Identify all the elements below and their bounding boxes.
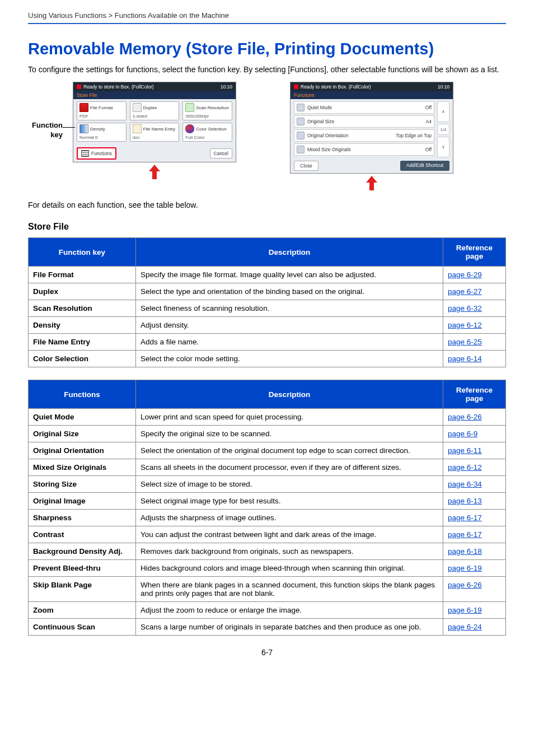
cancel-button[interactable]: Cancel [210, 148, 232, 158]
reference-link[interactable]: page 6-11 [448, 446, 482, 455]
cell-function: Contrast [29, 526, 136, 543]
duplex-icon [133, 103, 142, 112]
table-row: Storing SizeSelect size of image to be s… [29, 476, 506, 493]
reference-link[interactable]: page 6-32 [448, 304, 482, 312]
reference-link[interactable]: page 6-12 [448, 463, 482, 472]
reference-link[interactable]: page 6-19 [448, 564, 482, 572]
panel2-time: 10:10 [438, 84, 449, 90]
breadcrumb: Using Various Functions > Functions Avai… [28, 11, 506, 24]
cell-function: Background Density Adj. [29, 543, 136, 560]
cell-reference: page 6-34 [443, 476, 506, 493]
cell-description: Removes dark background from originals, … [136, 543, 443, 560]
tile-value: PDF [79, 114, 124, 119]
cell-function: Storing Size [29, 476, 136, 493]
tile-value: doc [133, 135, 177, 140]
figure-row: Function key Ready to store in Box. (Ful… [28, 82, 506, 190]
row-label: Quiet Mode [307, 105, 423, 110]
row-original-size[interactable]: Original Size A4 [294, 115, 434, 128]
tile-value: 1-sided [133, 114, 177, 119]
reference-link[interactable]: page 6-34 [448, 480, 482, 488]
table-row: Quiet ModeLower print and scan speed for… [29, 409, 506, 426]
page-number: 6-7 [28, 648, 506, 657]
panel2-subtitle: Functions [291, 91, 453, 99]
th-reference: Reference page [443, 380, 506, 409]
th-description: Description [136, 238, 443, 267]
reference-link[interactable]: page 6-17 [448, 530, 482, 539]
cell-description: Adds a file name. [136, 334, 443, 351]
cell-reference: page 6-26 [443, 409, 506, 426]
table-row: ContrastYou can adjust the contrast betw… [29, 526, 506, 543]
tile-color-selection[interactable]: Color Selection Full Color [182, 123, 232, 142]
table-row: ZoomAdjust the zoom to reduce or enlarge… [29, 602, 506, 619]
reference-link[interactable]: page 6-24 [448, 623, 482, 631]
function-key-callout: Function key [28, 82, 63, 140]
table-row: File Name EntryAdds a file name.page 6-2… [29, 334, 506, 351]
table-row: File FormatSpecify the image file format… [29, 267, 506, 283]
panel2-status: Ready to store in Box. (FullColor) [301, 84, 438, 90]
row-quiet-mode[interactable]: Quiet Mode Off [294, 101, 434, 114]
reference-link[interactable]: page 6-26 [448, 413, 482, 421]
svg-marker-1 [366, 176, 377, 190]
reference-link[interactable]: page 6-9 [448, 430, 477, 438]
cell-function: Continuous Scan [29, 619, 136, 636]
cell-description: Adjusts the sharpness of image outlines. [136, 510, 443, 526]
reference-link[interactable]: page 6-17 [448, 514, 482, 522]
reference-link[interactable]: page 6-13 [448, 497, 482, 505]
cell-description: Adjust density. [136, 317, 443, 334]
functions-label: Functions [91, 151, 112, 156]
reference-link[interactable]: page 6-29 [448, 270, 482, 279]
store-file-heading: Store File [28, 222, 506, 232]
cell-reference: page 6-18 [443, 543, 506, 560]
add-edit-shortcut-button[interactable]: Add/Edit Shortcut [400, 161, 449, 171]
cell-reference: page 6-17 [443, 526, 506, 543]
reference-link[interactable]: page 6-19 [448, 606, 482, 614]
cell-reference: page 6-13 [443, 493, 506, 510]
table-row: Background Density Adj.Removes dark back… [29, 543, 506, 560]
close-button[interactable]: Close [294, 161, 318, 171]
tile-duplex[interactable]: Duplex 1-sided [130, 101, 180, 120]
reference-link[interactable]: page 6-25 [448, 338, 482, 346]
cell-description: Select original image type for best resu… [136, 493, 443, 510]
th-function-key: Function key [29, 238, 136, 267]
reference-link[interactable]: page 6-18 [448, 547, 482, 556]
color-icon [185, 124, 194, 133]
cell-description: You can adjust the contrast between ligh… [136, 526, 443, 543]
svg-marker-0 [149, 165, 160, 179]
tile-label: Density [90, 127, 105, 132]
panel1-subtitle: Store File [73, 91, 236, 99]
intro-text: To configure the settings for functions,… [28, 65, 506, 74]
functions-button[interactable]: Functions [77, 147, 116, 160]
cell-function: Original Orientation [29, 442, 136, 459]
quiet-icon [297, 104, 305, 111]
density-icon [79, 124, 88, 133]
row-label: Original Size [307, 119, 424, 124]
reference-link[interactable]: page 6-14 [448, 354, 482, 363]
tile-value: Full Color [185, 135, 229, 140]
reference-link[interactable]: page 6-12 [448, 321, 482, 329]
page-indicator: 1/4 [437, 124, 449, 135]
original-size-icon [297, 118, 305, 125]
scroll-down-button[interactable]: ∨ [437, 137, 449, 157]
scroll-up-button[interactable]: ∧ [437, 101, 449, 122]
cell-description: Adjust the zoom to reduce or enlarge the… [136, 602, 443, 619]
cell-description: When there are blank pages in a scanned … [136, 577, 443, 602]
functions-table: Functions Description Reference page Qui… [28, 380, 506, 636]
fk-line1: Function [32, 121, 63, 129]
tile-label: File Name Entry [143, 127, 175, 132]
tile-file-name-entry[interactable]: File Name Entry doc [130, 123, 180, 142]
table-row: Mixed Size OriginalsScans all sheets in … [29, 459, 506, 476]
cell-description: Scans a large number of originals in sep… [136, 619, 443, 636]
row-original-orientation[interactable]: Original Orientation Top Edge on Top [294, 129, 434, 142]
table-row: SharpnessAdjusts the sharpness of image … [29, 510, 506, 526]
cell-function: File Format [29, 267, 136, 283]
row-mixed-size[interactable]: Mixed Size Originals Off [294, 143, 434, 156]
tile-density[interactable]: Density Normal 0 [77, 123, 127, 142]
reference-link[interactable]: page 6-26 [448, 581, 482, 589]
cell-reference: page 6-26 [443, 577, 506, 602]
cell-function: Duplex [29, 283, 136, 300]
cell-reference: page 6-29 [443, 267, 506, 283]
tile-file-format[interactable]: File Format PDF [77, 101, 127, 120]
cell-description: Scans all sheets in the document process… [136, 459, 443, 476]
reference-link[interactable]: page 6-27 [448, 287, 482, 296]
tile-scan-resolution[interactable]: Scan Resolution 300x300dpi [182, 101, 232, 120]
